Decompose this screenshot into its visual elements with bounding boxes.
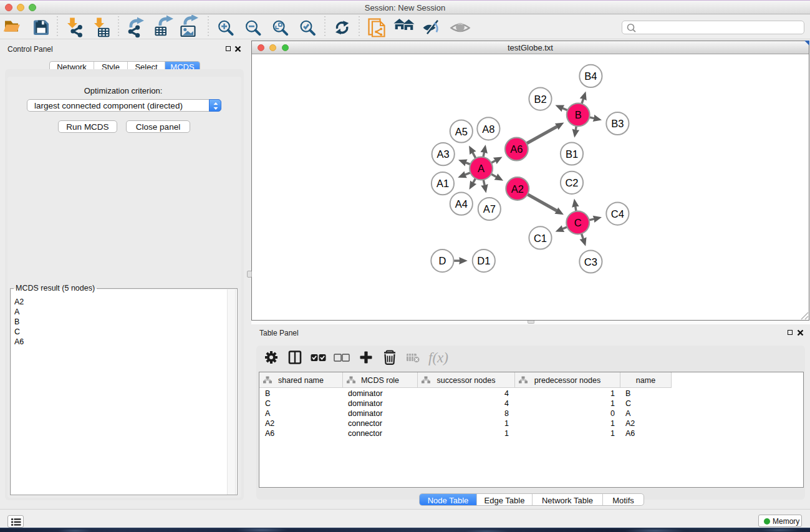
svg-text:C3: C3 [584,256,597,268]
svg-text:B4: B4 [584,70,597,82]
svg-text:A6: A6 [510,143,523,155]
svg-text:A5: A5 [455,126,468,137]
svg-text:C: C [574,217,582,228]
svg-text:A2: A2 [511,183,524,195]
svg-text:f(x): f(x) [428,350,448,365]
svg-text:D: D [438,255,446,266]
svg-text:D1: D1 [477,255,490,266]
svg-text:A: A [478,163,485,174]
svg-text:C4: C4 [611,208,624,220]
svg-text:A4: A4 [455,198,468,210]
svg-text:C1: C1 [534,233,547,244]
svg-text:B2: B2 [534,94,546,105]
svg-text:A1: A1 [436,178,449,189]
svg-text:A8: A8 [482,123,494,135]
svg-text:B1: B1 [566,148,578,160]
svg-text:A7: A7 [483,203,496,215]
svg-text:B3: B3 [611,118,624,129]
svg-text:C2: C2 [565,177,578,188]
svg-text:A3: A3 [437,148,450,160]
svg-text:B: B [575,109,582,120]
